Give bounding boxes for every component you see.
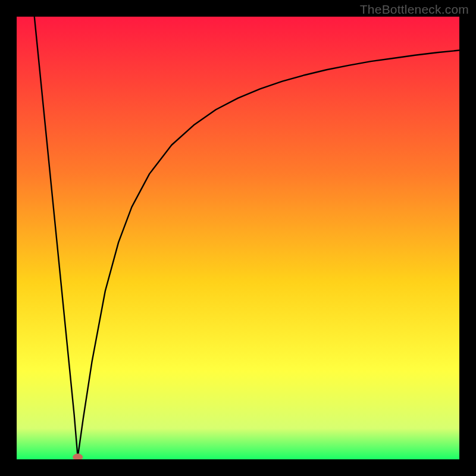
chart-frame: TheBottleneck.com	[0, 0, 476, 476]
watermark-text: TheBottleneck.com	[360, 2, 469, 17]
gradient-background	[17, 17, 459, 459]
minimum-marker	[73, 454, 83, 459]
plot-area	[17, 17, 459, 459]
